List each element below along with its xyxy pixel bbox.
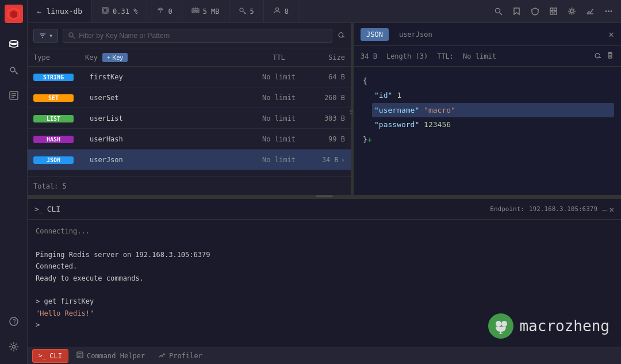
sidebar-edit-icon[interactable] — [3, 85, 24, 106]
more-action-button[interactable] — [600, 3, 616, 20]
key-size: 64 B — [305, 73, 345, 81]
client-value: 8 — [285, 7, 289, 16]
size-column-header: Size — [305, 53, 345, 62]
json-close-button[interactable]: ✕ — [608, 29, 614, 40]
sidebar-settings-icon[interactable] — [3, 336, 24, 357]
sidebar: ? — [0, 0, 28, 364]
filter-button[interactable]: ▾ — [33, 29, 58, 43]
settings-action-button[interactable] — [564, 3, 580, 20]
svg-line-52 — [73, 37, 75, 39]
add-key-button[interactable]: + Key — [102, 53, 128, 62]
cli-header: >_ CLI Endpoint: 192.168.3.105:6379 — ✕ — [28, 199, 621, 220]
sidebar-key-icon[interactable] — [3, 60, 24, 81]
terminal-prefix-icon: >_ — [34, 205, 44, 213]
svg-point-14 — [12, 346, 15, 348]
key-row[interactable]: HASH userHash No limit 99 B — [28, 129, 351, 150]
key-table-header: Type Key + Key TTL Size — [28, 48, 351, 67]
main-content: ← linux-db 0.31 % — [28, 0, 621, 364]
profiler-tab[interactable]: Profiler — [153, 349, 208, 362]
cli-title-label: CLI — [47, 205, 60, 213]
key-ttl: No limit — [253, 73, 305, 81]
json-panel: JSON userJson ✕ 34 B Length (3) TTL: No … — [354, 23, 621, 195]
svg-line-38 — [499, 13, 502, 16]
cli-close-button[interactable]: ✕ — [610, 205, 614, 214]
json-tab-userjson: userJson — [393, 28, 438, 41]
key-panel: ▾ — [28, 23, 351, 195]
cli-output-line: Pinging Redis server on 192.168.3.105:63… — [36, 249, 613, 260]
json-field-id[interactable]: "id" 1 🗑 — [372, 88, 614, 102]
svg-point-43 — [570, 10, 573, 13]
key-list: STRING firstKey No limit 64 B SET userSe… — [28, 67, 351, 177]
svg-point-2 — [10, 41, 18, 44]
key-footer: Total: 5 — [28, 177, 351, 195]
content-area: ▾ — [28, 23, 621, 195]
key-name: firstKey — [85, 73, 253, 81]
svg-rect-32 — [197, 10, 198, 12]
svg-point-36 — [275, 8, 278, 11]
type-badge: HASH — [33, 136, 74, 143]
chart-action-button[interactable] — [582, 3, 598, 20]
json-refresh-button[interactable] — [593, 51, 601, 62]
json-tab-json[interactable]: JSON — [361, 28, 389, 41]
svg-rect-41 — [550, 12, 553, 15]
db-tab[interactable]: ← linux-db — [28, 0, 92, 22]
key-ttl: No limit — [253, 114, 305, 122]
svg-point-57 — [501, 321, 507, 327]
svg-rect-53 — [608, 53, 612, 58]
json-header: JSON userJson ✕ — [354, 23, 621, 46]
json-add-field-button[interactable]: + — [367, 133, 372, 147]
svg-rect-39 — [550, 8, 553, 11]
key-row[interactable]: JSON userJson No limit 34 B › — [28, 150, 351, 170]
sidebar-database-icon[interactable] — [3, 35, 24, 55]
key-size: 303 B — [305, 114, 345, 122]
ttl-column-header: TTL — [253, 53, 305, 62]
vertical-resize-handle[interactable] — [351, 23, 354, 195]
type-badge: STRING — [33, 74, 74, 81]
key-row[interactable]: SET userSet No limit 260 B — [28, 87, 351, 108]
key-column-header: Key + Key — [85, 53, 253, 62]
json-field-username[interactable]: "username" "macro" 🗑 — [372, 103, 614, 117]
key-name: userList — [85, 114, 253, 122]
key-size: 34 B › — [305, 156, 345, 164]
shield-action-button[interactable] — [527, 3, 543, 20]
json-close-add: } + — [361, 132, 614, 148]
cli-minimize-button[interactable]: — — [602, 205, 607, 214]
key-name: userSet — [85, 94, 253, 102]
filter-btn-label: ▾ — [49, 32, 53, 40]
cli-tab[interactable]: >_ CLI — [32, 349, 68, 363]
connection-icon — [156, 6, 164, 16]
command-helper-tab[interactable]: Command Helper — [71, 349, 151, 362]
svg-rect-42 — [554, 12, 557, 15]
svg-point-33 — [240, 8, 243, 12]
json-ttl-value: No limit — [463, 52, 496, 60]
json-field-password[interactable]: "password" 123456 🗑 — [372, 117, 614, 132]
key-ttl: No limit — [253, 94, 305, 102]
key-count-value: 5 — [250, 7, 254, 16]
grid-action-button[interactable] — [545, 3, 561, 20]
svg-text:?: ? — [12, 318, 16, 325]
cli-endpoint: Endpoint: 192.168.3.105:6379 — ✕ — [490, 205, 614, 214]
cli-tab-label: CLI — [49, 352, 62, 360]
key-row[interactable]: LIST userList No limit 303 B — [28, 108, 351, 129]
memory-value: 5 MB — [203, 7, 220, 16]
key-toolbar: ▾ — [28, 23, 351, 48]
back-button[interactable]: ← — [37, 7, 41, 16]
svg-rect-16 — [103, 9, 107, 12]
app-logo[interactable] — [5, 5, 23, 23]
svg-point-47 — [610, 10, 612, 12]
search-action-button[interactable] — [490, 3, 506, 20]
connection-stat: 0 — [147, 0, 182, 22]
key-row[interactable]: STRING firstKey No limit 64 B — [28, 67, 351, 87]
topbar-stats: 0.31 % 0 — [92, 0, 485, 22]
svg-rect-30 — [193, 10, 194, 12]
refresh-button[interactable] — [337, 30, 345, 41]
search-input[interactable] — [79, 32, 327, 40]
watermark-icon — [488, 313, 513, 339]
key-name: userHash — [85, 135, 253, 143]
cli-output-line: Ready to execute commands. — [36, 273, 613, 284]
sidebar-help-icon[interactable]: ? — [3, 311, 24, 332]
bookmark-action-button[interactable] — [508, 3, 524, 20]
json-delete-button[interactable] — [606, 51, 614, 62]
db-tab-label: linux-db — [46, 7, 82, 16]
cli-output-line: > get firstKey — [36, 296, 613, 307]
